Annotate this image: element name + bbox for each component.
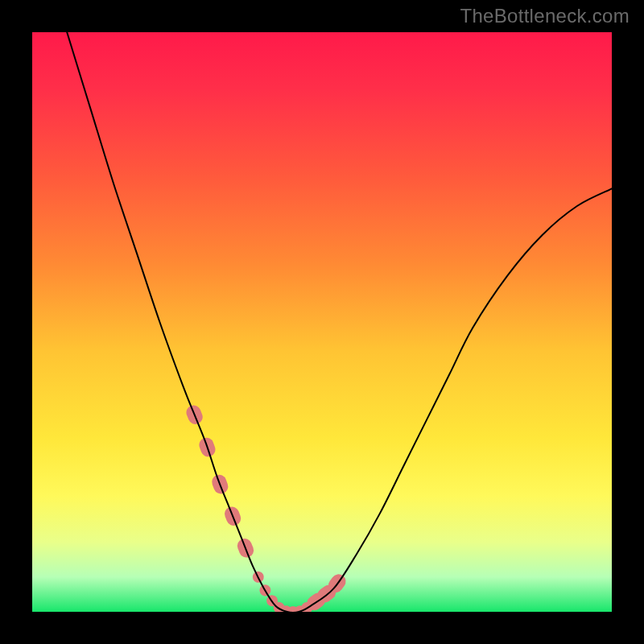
plot-area — [32, 32, 612, 612]
watermark-text: TheBottleneck.com — [460, 5, 630, 27]
chart-svg — [32, 32, 612, 612]
gradient-background — [32, 32, 612, 612]
chart-frame: TheBottleneck.com — [0, 0, 644, 644]
